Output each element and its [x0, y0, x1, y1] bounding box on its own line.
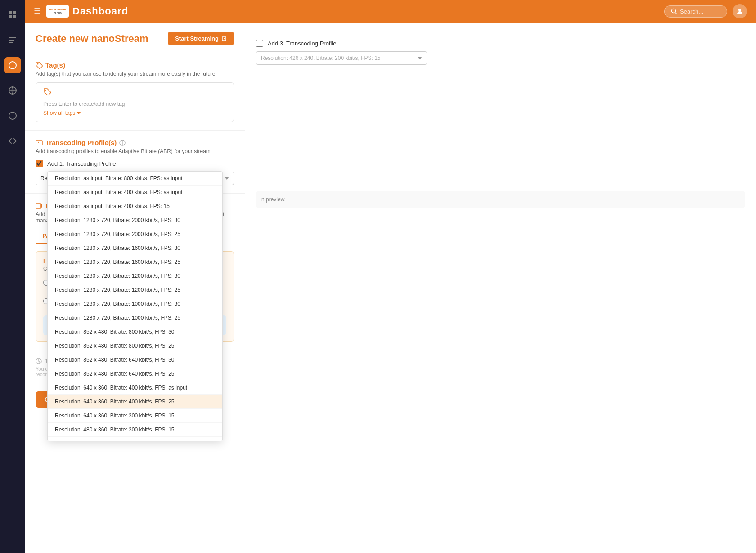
dropdown-item[interactable]: Resolution: 852 x 480, Bitrate: 800 kbit…: [48, 325, 222, 339]
transcoding-desc: Add transcoding profiles to enable Adapt…: [36, 148, 234, 154]
dropdown-item[interactable]: Resolution: 1280 x 720, Bitrate: 2000 kb…: [48, 213, 222, 227]
dropdown-item[interactable]: Resolution: 1280 x 720, Bitrate: 2000 kb…: [48, 227, 222, 241]
search-placeholder: Search...: [680, 8, 703, 15]
tags-desc: Add tag(s) that you can use to identify …: [36, 71, 234, 77]
dashboard-title: Dashboard: [72, 5, 128, 17]
right-panel: Add 3. Transcoding Profile Resolution: 4…: [245, 23, 756, 553]
tag-input-area[interactable]: Press Enter to create/add new tag Show a…: [36, 82, 234, 122]
dropdown-item[interactable]: Resolution: 852 x 480, Bitrate: 640 kbit…: [48, 367, 222, 381]
dropdown-item[interactable]: Resolution: 852 x 480, Bitrate: 800 kbit…: [48, 339, 222, 353]
hamburger-menu[interactable]: ☰: [34, 6, 41, 16]
svg-rect-14: [36, 203, 40, 209]
sidebar-item-create[interactable]: [4, 57, 21, 73]
dropdown-item[interactable]: Resolution: 640 x 360, Bitrate: 400 kbit…: [48, 381, 222, 395]
tag-placeholder: Press Enter to create/add new tag: [43, 101, 226, 107]
sidebar: [0, 0, 25, 553]
profile3-row: Add 3. Transcoding Profile: [256, 40, 745, 47]
sidebar-item-code[interactable]: [4, 133, 21, 149]
nano-logo: nano Stream CLOUD: [46, 5, 69, 18]
svg-point-8: [738, 9, 741, 11]
svg-text:i: i: [122, 141, 123, 145]
svg-rect-0: [9, 11, 12, 14]
transcoding-dropdown[interactable]: Resolution: as input, Bitrate: 800 kbit/…: [47, 171, 223, 441]
start-streaming-button[interactable]: Start Streaming: [168, 32, 234, 45]
svg-point-9: [37, 63, 39, 64]
user-avatar[interactable]: [733, 4, 747, 18]
tags-title: Tag(s): [36, 61, 234, 69]
svg-rect-3: [13, 15, 16, 18]
dropdown-item[interactable]: Resolution: 1280 x 720, Bitrate: 1200 kb…: [48, 283, 222, 297]
lp-right-section: n preview.: [256, 191, 745, 208]
transcoding-title: Transcoding Profile(s) i: [36, 139, 234, 146]
svg-point-10: [45, 90, 46, 91]
thumbnail-preview-area: n preview.: [256, 191, 745, 208]
dropdown-item[interactable]: Resolution: 480 x 270, Bitrate: 250 kbit…: [48, 437, 222, 441]
svg-rect-1: [13, 11, 16, 14]
dropdown-item[interactable]: Resolution: 1280 x 720, Bitrate: 1600 kb…: [48, 255, 222, 269]
dropdown-item[interactable]: Resolution: 1280 x 720, Bitrate: 1000 kb…: [48, 311, 222, 325]
profile3-label: Add 3. Transcoding Profile: [268, 40, 336, 47]
dropdown-item[interactable]: Resolution: as input, Bitrate: 800 kbit/…: [48, 172, 222, 186]
logo-area: nano Stream CLOUD Dashboard: [46, 5, 128, 18]
dropdown-item[interactable]: Resolution: 1280 x 720, Bitrate: 1000 kb…: [48, 297, 222, 311]
dropdown-item[interactable]: Resolution: 640 x 360, Bitrate: 400 kbit…: [48, 395, 222, 409]
dropdown-item[interactable]: Resolution: 1280 x 720, Bitrate: 1200 kb…: [48, 269, 222, 283]
sidebar-item-plus[interactable]: [4, 108, 21, 124]
dropdown-item[interactable]: Resolution: as input, Bitrate: 400 kbit/…: [48, 199, 222, 213]
profile3-checkbox[interactable]: [256, 40, 263, 47]
profile1-checkbox[interactable]: [36, 160, 43, 167]
page-title: Create new nanoStream: [36, 33, 148, 45]
tag-icon: [43, 88, 226, 98]
svg-rect-2: [9, 15, 12, 18]
dropdown-item[interactable]: Resolution: 480 x 360, Bitrate: 300 kbit…: [48, 423, 222, 437]
svg-point-6: [9, 112, 16, 119]
panel-header: Create new nanoStream Start Streaming: [25, 23, 245, 53]
sidebar-item-grid[interactable]: [4, 7, 21, 23]
dropdown-item[interactable]: Resolution: as input, Bitrate: 400 kbit/…: [48, 186, 222, 199]
sidebar-item-globe[interactable]: [4, 82, 21, 99]
svg-rect-15: [41, 204, 42, 208]
show-all-tags-link[interactable]: Show all tags: [43, 110, 226, 116]
topnav: ☰ nano Stream CLOUD Dashboard Search...: [25, 0, 756, 23]
profile1-row: Add 1. Transcoding Profile: [36, 160, 234, 167]
profile1-label: Add 1. Transcoding Profile: [47, 160, 116, 167]
svg-point-4: [9, 62, 16, 69]
sidebar-item-streams[interactable]: [4, 32, 21, 48]
profile3-select[interactable]: Resolution: 426 x 240, Bitrate: 200 kbit…: [256, 51, 427, 65]
search-bar[interactable]: Search...: [664, 5, 727, 18]
dropdown-item[interactable]: Resolution: 1280 x 720, Bitrate: 1600 kb…: [48, 241, 222, 255]
dropdown-item[interactable]: Resolution: 640 x 360, Bitrate: 300 kbit…: [48, 409, 222, 423]
dropdown-item[interactable]: Resolution: 852 x 480, Bitrate: 640 kbit…: [48, 353, 222, 367]
tags-section: Tag(s) Add tag(s) that you can use to id…: [25, 53, 245, 131]
